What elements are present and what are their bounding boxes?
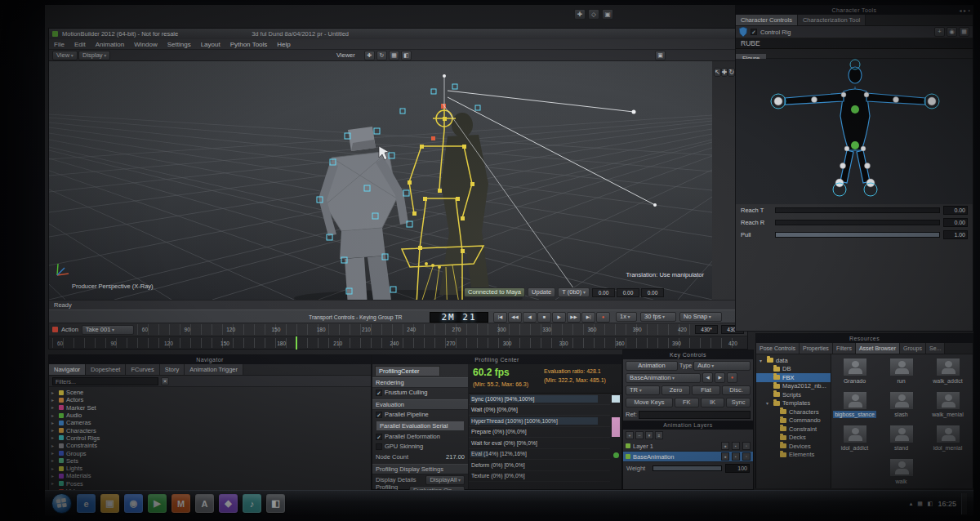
view-button[interactable]: View	[52, 51, 78, 60]
animation-layer-row[interactable]: BaseAnimation●▪▫	[623, 452, 753, 462]
pipeline-checkbox[interactable]	[376, 412, 382, 418]
manipulator-icon[interactable]: ◧	[401, 51, 412, 60]
slider-value[interactable]: 1.00	[943, 230, 968, 239]
resource-tree-item[interactable]: Constraint	[756, 425, 831, 434]
resources-title[interactable]: Resources	[756, 334, 973, 343]
navigator-tree-item[interactable]: ▸Groups	[49, 449, 371, 456]
ik-button[interactable]: IK	[701, 398, 725, 407]
clear-filter-icon[interactable]: ✕	[161, 377, 169, 385]
navigator-tree-item[interactable]: ▸Materials	[49, 472, 371, 479]
transport-button[interactable]: ■	[537, 312, 551, 323]
resource-tree-item[interactable]: DB	[756, 365, 831, 374]
weight-slider[interactable]	[653, 465, 722, 471]
asset-item[interactable]: Granado	[831, 356, 878, 390]
add-icon[interactable]: +	[934, 27, 945, 37]
figure-view[interactable]	[736, 59, 973, 204]
expander-icon[interactable]: ▸	[51, 397, 56, 403]
timeline-ruler[interactable]: 6090120150180210240270300330360390420	[52, 338, 742, 348]
translation-value[interactable]: 0.00	[617, 288, 639, 297]
filters-input[interactable]: Filters...	[52, 377, 158, 385]
display-details-dropdown[interactable]: DisplayAll	[425, 475, 465, 485]
character-tools-titlebar[interactable]: Character Tools ◂ ▸ ▪	[736, 6, 973, 15]
character-tab[interactable]: Character Controls	[736, 15, 798, 25]
transport-button[interactable]: ◀◀	[508, 312, 522, 323]
character-name-field[interactable]: RUBE	[736, 38, 973, 49]
tr-dropdown[interactable]: TR	[626, 385, 660, 395]
menu-item[interactable]: Edit	[69, 39, 91, 49]
start-button[interactable]	[51, 493, 72, 514]
t-channel-button[interactable]: T (0b0)	[558, 287, 590, 297]
title-bar[interactable]: MotionBuilder 2012 (64-bit) - Not for re…	[49, 29, 747, 39]
top-toolbar-icon[interactable]: ▣	[602, 9, 613, 20]
navigator-tab[interactable]: Story	[160, 364, 185, 375]
transport-button[interactable]: |◀	[493, 312, 507, 323]
navigator-tree-item[interactable]: ▸Scene	[49, 389, 371, 396]
key-controls-title[interactable]: Key Controls	[623, 350, 753, 359]
frustum-culling-row[interactable]: Frustum Culling	[372, 388, 468, 398]
resources-tab[interactable]: Groups	[900, 343, 926, 354]
resources-tab[interactable]: Se...	[926, 343, 945, 354]
asset-item[interactable]: stand	[878, 423, 924, 456]
navigator-tree-item[interactable]: ▸Marker Set	[49, 404, 371, 412]
animation-layers-title[interactable]: Animation Layers	[623, 421, 753, 430]
transport-button[interactable]: ●	[596, 312, 610, 323]
tray-network-icon[interactable]: ▦	[917, 501, 923, 507]
zero-button[interactable]: Zero	[662, 385, 690, 395]
animation-button[interactable]: Animation	[626, 361, 678, 371]
expander-icon[interactable]: ▸	[51, 412, 56, 419]
resource-tree-item[interactable]: Devices	[756, 442, 831, 451]
taskbar-clock[interactable]: 16:25	[938, 500, 956, 508]
taskbar-app-button[interactable]: ▶	[148, 494, 167, 513]
merge-layer-icon[interactable]: ▾	[645, 431, 653, 439]
expander-icon[interactable]: ▾	[760, 358, 764, 363]
menu-item[interactable]: Animation	[91, 39, 130, 49]
side-toolbar-icon[interactable]: ↖	[714, 68, 721, 77]
resources-tab[interactable]: Pose Controls	[756, 343, 800, 354]
gpu-checkbox[interactable]	[376, 443, 382, 450]
navigator-tab[interactable]: Dopesheet	[86, 364, 126, 375]
window-controls-icon[interactable]: ◂ ▸ ▪	[960, 7, 970, 16]
asset-item[interactable]: run	[878, 356, 924, 390]
character-icon[interactable]: ◉	[947, 27, 957, 37]
gpu-skinning-row[interactable]: GPU Skinning	[372, 442, 468, 452]
flat-button[interactable]: Flat	[692, 385, 720, 395]
slider-track[interactable]	[775, 207, 940, 213]
slider-value[interactable]: 0.00	[943, 206, 968, 215]
disc-button[interactable]: Disc.	[722, 385, 751, 395]
sync-button[interactable]: Sync	[726, 398, 751, 407]
layer-options-icon[interactable]: ≡	[655, 431, 663, 439]
slider-track[interactable]	[775, 232, 940, 238]
slider-track[interactable]	[775, 220, 940, 225]
expander-icon[interactable]: ▸	[51, 404, 56, 411]
resource-tree-item[interactable]: Scripts	[756, 390, 831, 399]
navigator-tab[interactable]: Animation Trigger	[185, 364, 243, 375]
profiling-title[interactable]: Profiling Center	[372, 355, 621, 364]
frustum-checkbox[interactable]	[376, 390, 382, 396]
resources-tab[interactable]: Properties	[800, 343, 833, 354]
speed-dropdown[interactable]: 1x	[616, 312, 637, 322]
menu-item[interactable]: Window	[129, 39, 162, 49]
side-toolbar-icon[interactable]: ↻	[728, 68, 735, 77]
resource-tree-item[interactable]: Maya2012_nb...	[756, 382, 831, 391]
grid-icon[interactable]: ▦	[959, 27, 969, 37]
menu-item[interactable]: Help	[272, 39, 295, 49]
parallel-deform-row[interactable]: Parallel Deformation	[372, 432, 468, 442]
expander-icon[interactable]: ▸	[51, 457, 56, 464]
expander-icon[interactable]: ▸	[51, 480, 56, 487]
weight-value[interactable]: 100	[725, 464, 750, 473]
expander-icon[interactable]: ▸	[51, 427, 56, 434]
asset-item[interactable]: slash	[878, 390, 924, 423]
parallel-eval-dropdown[interactable]: Parallel Evaluation Serial	[376, 421, 465, 431]
navigator-tree-item[interactable]: ▸Lights	[49, 465, 371, 472]
cube-icon[interactable]: ▣	[655, 51, 666, 60]
expander-icon[interactable]: ▸	[51, 443, 56, 449]
expander-icon[interactable]: ▸	[51, 465, 56, 472]
show-desktop-button[interactable]	[961, 493, 967, 514]
resource-tree-item[interactable]: Commando	[756, 416, 831, 425]
tray-volume-icon[interactable]: ◧	[928, 501, 933, 507]
expander-icon[interactable]: ▸	[51, 450, 56, 456]
deform-checkbox[interactable]	[376, 434, 382, 440]
resource-tree-item[interactable]: FBX	[756, 373, 831, 382]
control-rig-checkbox[interactable]	[751, 29, 757, 35]
navigator-title[interactable]: Navigator	[49, 355, 371, 364]
